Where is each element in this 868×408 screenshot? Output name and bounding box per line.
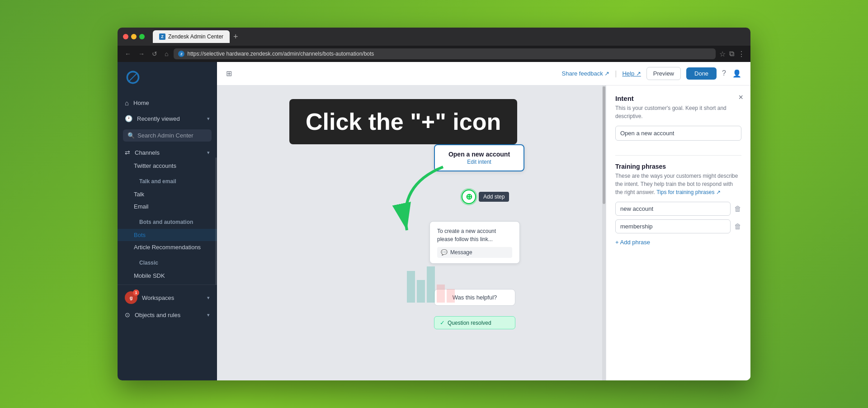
workspaces-label: Workspaces <box>142 294 174 301</box>
delete-phrase-1-button[interactable]: 🗑 <box>734 205 741 213</box>
check-icon: ✓ <box>440 319 445 326</box>
url-bar[interactable]: Z https://selective hardware.zendesk.com… <box>174 48 716 59</box>
sidebar-item-recently-viewed[interactable]: 🕐 Recently viewed ▾ <box>118 111 217 126</box>
minimize-window-button[interactable] <box>131 34 137 39</box>
user-avatar: g1 <box>125 291 137 304</box>
intent-section-title: Intent <box>615 95 741 102</box>
bot-canvas[interactable]: Click the "+" icon Op <box>217 85 606 380</box>
intent-input[interactable] <box>615 126 741 141</box>
svg-rect-1 <box>407 271 415 303</box>
search-container: 🔍 Search Admin Center <box>118 126 217 145</box>
url-text: https://selective hardware.zendesk.com/a… <box>187 51 374 57</box>
share-feedback-button[interactable]: Share feedback ↗ <box>562 70 610 77</box>
sidebar-item-workspaces[interactable]: g1 Workspaces ▾ <box>118 288 217 308</box>
close-window-button[interactable] <box>123 34 128 39</box>
done-button[interactable]: Done <box>686 67 717 80</box>
tab-bar: Z Zendesk Admin Center + <box>153 30 238 43</box>
sidebar-item-home[interactable]: ⌂ Home <box>118 95 217 111</box>
active-tab[interactable]: Z Zendesk Admin Center <box>153 30 230 43</box>
extensions-icon[interactable]: ⧉ <box>729 50 734 58</box>
help-button[interactable]: Help ↗ <box>622 70 641 77</box>
intent-node-title: Open a new account <box>444 151 514 158</box>
grid-icon[interactable]: ⊞ <box>226 69 232 78</box>
annotation-overlay: Click the "+" icon <box>289 99 517 144</box>
arrow-svg <box>362 158 461 248</box>
sidebar-item-article-rec[interactable]: Article Recommendations <box>118 241 217 253</box>
sidebar-item-mobile-sdk[interactable]: Mobile SDK <box>118 270 217 282</box>
channels-label: Channels <box>135 149 160 156</box>
browser-chrome: Z Zendesk Admin Center + <box>118 28 750 46</box>
add-step-button[interactable]: ⊕ Add step <box>462 190 509 204</box>
sidebar-item-talk[interactable]: Talk <box>118 188 217 200</box>
sidebar-item-channels[interactable]: ⇄ Channels ▾ <box>118 145 217 160</box>
message-tag-label: Message <box>450 249 472 256</box>
user-profile-icon[interactable]: 👤 <box>732 69 741 78</box>
top-right-icons: ? 👤 <box>722 69 741 78</box>
sidebar-item-email[interactable]: Email <box>118 200 217 213</box>
training-tips-link[interactable]: Tips for training phrases ↗ <box>656 189 721 195</box>
annotation-text: Click the "+" icon <box>306 109 501 135</box>
browser-window: Z Zendesk Admin Center + ← → ↺ ⌂ Z https… <box>118 28 750 380</box>
address-bar: ← → ↺ ⌂ Z https://selective hardware.zen… <box>118 46 750 62</box>
maximize-window-button[interactable] <box>139 34 145 39</box>
forward-button[interactable]: → <box>137 48 146 59</box>
bots-automation-section: Bots and automation <box>132 215 210 227</box>
sidebar-home-label: Home <box>133 100 149 106</box>
classic-section: Classic <box>132 256 210 268</box>
delete-phrase-2-button[interactable]: 🗑 <box>734 223 741 231</box>
sidebar-item-twitter[interactable]: Twitter accounts <box>118 160 217 172</box>
training-section-desc: These are the ways your customers might … <box>615 172 741 196</box>
email-label: Email <box>134 203 149 210</box>
annotation-box: Click the "+" icon <box>289 99 517 144</box>
was-helpful-text: Was this helpful? <box>453 294 497 301</box>
add-step-label[interactable]: Add step <box>479 192 509 202</box>
mobile-sdk-label: Mobile SDK <box>134 272 165 279</box>
tab-favicon-icon: Z <box>159 33 165 40</box>
channels-chevron-icon: ▾ <box>207 150 210 156</box>
new-tab-button[interactable]: + <box>233 32 238 42</box>
bots-label: Bots <box>134 232 146 238</box>
twitter-accounts-label: Twitter accounts <box>134 162 176 169</box>
search-icon: 🔍 <box>127 132 135 139</box>
canvas-scrollbar[interactable] <box>602 85 606 380</box>
canvas-scroll-thumb <box>603 86 605 204</box>
bots-automation-group: Bots and automation <box>118 213 217 229</box>
sidebar-item-objects-rules[interactable]: ⊙ Objects and rules ▾ <box>118 308 217 322</box>
recently-viewed-chevron-icon: ▾ <box>207 116 210 122</box>
sidebar-divider <box>118 285 217 285</box>
search-center-label[interactable]: Search Admin Center <box>137 132 193 139</box>
objects-rules-label: Objects and rules <box>135 312 180 318</box>
home-button[interactable]: ⌂ <box>163 48 170 59</box>
right-panel: × Intent This is your customer's goal. K… <box>606 85 750 380</box>
grid-icon-area: ⊞ <box>226 69 232 78</box>
phrase-input-2[interactable] <box>615 219 731 233</box>
channels-icon: ⇄ <box>125 149 130 156</box>
talk-email-section: Talk and email <box>132 175 210 186</box>
menu-icon[interactable]: ⋮ <box>738 50 745 58</box>
resolved-label: Question resolved <box>448 320 491 326</box>
panel-close-button[interactable]: × <box>738 93 743 102</box>
talk-email-group: Talk and email <box>118 172 217 188</box>
sidebar-item-bots[interactable]: Bots <box>118 229 217 241</box>
app-layout: ⌂ Home 🕐 Recently viewed ▾ 🔍 Search Admi… <box>118 62 750 380</box>
phrase-row-2: 🗑 <box>615 219 741 233</box>
svg-rect-4 <box>437 285 445 303</box>
add-phrase-button[interactable]: + Add phrase <box>615 239 741 246</box>
objects-rules-icon: ⊙ <box>125 311 130 318</box>
svg-rect-5 <box>447 289 455 303</box>
notification-badge: 1 <box>133 289 139 296</box>
workspaces-chevron-icon: ▾ <box>207 295 210 301</box>
bookmark-icon[interactable]: ☆ <box>719 50 726 58</box>
panel-divider <box>615 155 741 156</box>
separator: | <box>615 70 617 78</box>
reload-button[interactable]: ↺ <box>150 48 159 59</box>
svg-rect-2 <box>417 280 425 303</box>
tab-title: Zendesk Admin Center <box>168 33 223 40</box>
add-step-icon[interactable]: ⊕ <box>462 190 476 204</box>
preview-button[interactable]: Preview <box>646 67 681 80</box>
back-button[interactable]: ← <box>123 48 133 59</box>
phrase-input-1[interactable] <box>615 202 731 216</box>
question-icon[interactable]: ? <box>722 69 726 78</box>
talk-label: Talk <box>134 191 144 198</box>
message-tag: 💬 Message <box>437 247 512 258</box>
